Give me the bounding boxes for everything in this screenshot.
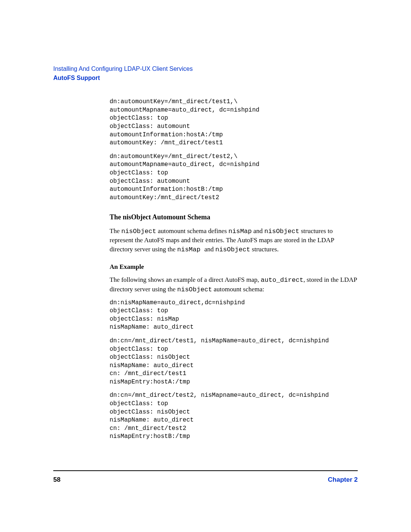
code-block-4: dn:cn=/mnt_direct/test1, nisMapName=auto… — [110, 337, 358, 387]
code-block-2: dn:automountKey=/mnt_direct/test2,\ auto… — [110, 153, 358, 202]
page-footer: 58 Chapter 2 — [53, 470, 358, 484]
chapter-label: Chapter 2 — [328, 476, 358, 484]
page-number: 58 — [53, 476, 61, 484]
inline-code: nisObject — [264, 228, 299, 235]
inline-code: nisObject — [177, 286, 212, 293]
text: and — [252, 227, 264, 235]
inline-code: auto_direct — [261, 276, 303, 284]
inline-code: nisMap — [228, 228, 252, 235]
text: automount schema defines — [156, 227, 229, 235]
paragraph-example-intro: The following shows an example of a dire… — [110, 275, 358, 294]
inline-code: nisObject — [215, 246, 250, 253]
text: and — [204, 246, 215, 253]
code-block-5: dn:cn=/mnt_direct/test2, nisMapname=auto… — [110, 391, 358, 441]
text: The — [110, 227, 121, 235]
code-block-3: dn:nisMapName=auto_direct,dc=nishpind ob… — [110, 299, 358, 332]
inline-code: nisObject — [121, 228, 156, 235]
inline-code: nisMap — [177, 246, 204, 253]
section-heading-nisobject: The nisObject Automount Schema — [110, 212, 358, 222]
text: structures. — [250, 246, 279, 253]
code-block-1: dn:automountKey=/mnt_direct/test1,\ auto… — [110, 98, 358, 147]
paragraph-nisobject-desc: The nisObject automount schema defines n… — [110, 227, 358, 254]
section-heading-example: An Example — [110, 263, 358, 272]
text: The following shows an example of a dire… — [110, 276, 261, 283]
text: automount schema: — [212, 286, 264, 293]
running-header-chapter: Installing And Configuring LDAP-UX Clien… — [53, 65, 358, 73]
running-header-section: AutoFS Support — [53, 74, 358, 82]
page-content: dn:automountKey=/mnt_direct/test1,\ auto… — [110, 98, 358, 441]
